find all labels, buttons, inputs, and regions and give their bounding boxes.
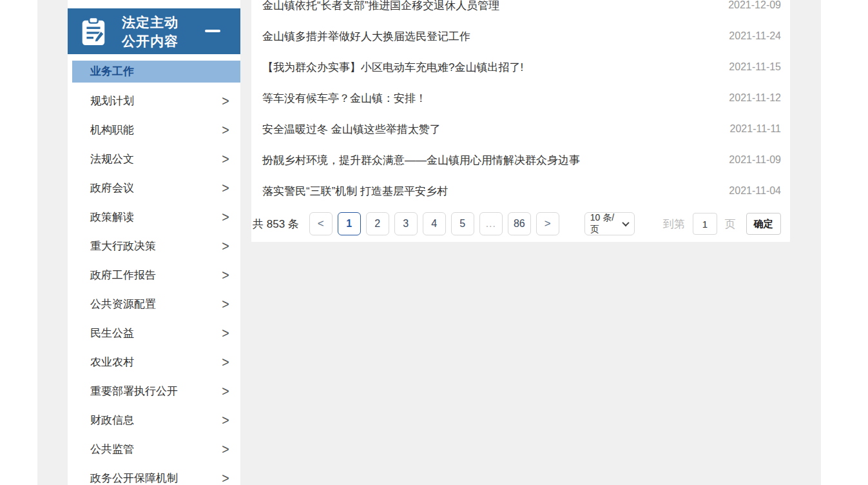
sidebar-menu-item[interactable]: 机构职能 > xyxy=(68,115,240,144)
page-size-select[interactable]: 10 条/页 xyxy=(584,212,635,235)
clipboard-pencil-icon xyxy=(79,16,108,47)
news-row: 扮靓乡村环境，提升群众满意——金山镇用心用情解决群众身边事 2021-11-09 xyxy=(251,144,790,175)
news-row: 落实警民“三联”机制 打造基层平安乡村 2021-11-04 xyxy=(251,175,790,206)
news-list: 金山镇依托“长者支部”推进国企移交退休人员管理 2021-12-09 金山镇多措… xyxy=(251,0,790,206)
chevron-right-icon: > xyxy=(222,295,229,313)
chevron-right-icon: > xyxy=(222,179,229,197)
news-date: 2021-11-24 xyxy=(729,30,781,42)
page: 法定主动 公开内容 业务工作 规划计划 > 机构职能 > 法规公文 xyxy=(0,0,868,485)
sidebar-item-label: 重要部署执行公开 xyxy=(90,384,178,399)
page-number-button[interactable]: 1 xyxy=(338,212,361,235)
sidebar-menu-item[interactable]: 公共监管 > xyxy=(68,435,240,464)
news-title-link[interactable]: 扮靓乡村环境，提升群众满意——金山镇用心用情解决群众身边事 xyxy=(262,153,580,168)
news-title-link[interactable]: 等车没有候车亭？金山镇：安排！ xyxy=(262,91,427,106)
news-row: 【我为群众办实事】小区电动车充电难?金山镇出招了! 2021-11-15 xyxy=(251,52,790,83)
sidebar-item-label: 农业农村 xyxy=(90,355,134,370)
chevron-right-icon: > xyxy=(222,411,229,429)
sidebar-menu-item[interactable]: 政策解读 > xyxy=(68,203,240,232)
page-number-button[interactable]: 5 xyxy=(451,212,474,235)
sidebar-menu-item[interactable]: 重大行政决策 > xyxy=(68,232,240,261)
chevron-right-icon: > xyxy=(222,266,229,284)
sidebar-item-label: 政策解读 xyxy=(90,210,134,224)
sidebar-menu-item[interactable]: 民生公益 > xyxy=(68,319,240,348)
sidebar-menu-item[interactable]: 政府工作报告 > xyxy=(68,261,240,290)
news-title-link[interactable]: 落实警民“三联”机制 打造基层平安乡村 xyxy=(262,184,448,199)
page-number-button[interactable]: 3 xyxy=(394,212,418,235)
news-date: 2021-11-04 xyxy=(729,185,781,197)
sidebar-title-line1: 法定主动 xyxy=(122,15,178,30)
news-title-link[interactable]: 安全温暖过冬 金山镇这些举措太赞了 xyxy=(262,122,441,137)
sidebar-item-label: 机构职能 xyxy=(90,123,134,137)
news-row: 安全温暖过冬 金山镇这些举措太赞了 2021-11-11 xyxy=(251,114,790,144)
page-number-button[interactable]: 2 xyxy=(366,212,389,235)
chevron-down-icon xyxy=(622,219,629,226)
news-row: 等车没有候车亭？金山镇：安排！ 2021-11-12 xyxy=(251,83,790,114)
sidebar-item-label: 公共资源配置 xyxy=(90,297,156,312)
sidebar-item-label: 重大行政决策 xyxy=(90,239,156,253)
news-date: 2021-11-12 xyxy=(729,92,781,104)
chevron-right-icon: > xyxy=(222,150,229,168)
chevron-right-icon: > xyxy=(222,121,229,139)
sidebar-header: 法定主动 公开内容 xyxy=(68,8,240,54)
page-number-buttons: 1 2 3 4 5 ... 86 xyxy=(338,212,536,235)
news-date: 2021-12-09 xyxy=(728,0,781,11)
next-page-button[interactable]: > xyxy=(536,212,559,235)
sidebar-item-label: 财政信息 xyxy=(90,413,134,428)
chevron-right-icon: > xyxy=(222,237,229,255)
prev-page-button[interactable]: < xyxy=(309,212,333,235)
sidebar-menu-item[interactable]: 政府会议 > xyxy=(68,173,240,203)
sidebar-menu-item[interactable]: 财政信息 > xyxy=(68,406,240,435)
news-title-link[interactable]: 金山镇多措并举做好人大换届选民登记工作 xyxy=(262,29,470,44)
sidebar-item-label: 规划计划 xyxy=(90,94,134,108)
sidebar-menu-item[interactable]: 农业农村 > xyxy=(68,348,240,377)
page-number-button[interactable]: 86 xyxy=(508,212,531,235)
sidebar-item-label: 民生公益 xyxy=(90,326,134,341)
page-size-label: 10 条/页 xyxy=(590,212,623,235)
chevron-right-icon: > xyxy=(222,324,229,342)
sidebar-title-line2: 公开内容 xyxy=(122,34,178,48)
sidebar-item-label: 政府工作报告 xyxy=(90,268,156,282)
sidebar-menu-item[interactable]: 规划计划 > xyxy=(68,86,240,115)
sidebar-menu-item[interactable]: 法规公文 > xyxy=(68,144,240,173)
sidebar-item-label: 公共监管 xyxy=(90,442,134,457)
sidebar-menu: 规划计划 > 机构职能 > 法规公文 > 政府会议 > xyxy=(68,86,240,485)
news-date: 2021-11-09 xyxy=(729,154,781,166)
sidebar-item-label: 政府会议 xyxy=(90,181,134,195)
chevron-right-icon: > xyxy=(222,470,229,485)
total-count-label: 共 853 条 xyxy=(253,217,299,232)
news-row: 金山镇依托“长者支部”推进国企移交退休人员管理 2021-12-09 xyxy=(251,0,790,21)
sidebar-menu-item[interactable]: 政务公开保障机制 > xyxy=(68,464,240,485)
goto-page-input[interactable] xyxy=(693,213,717,235)
goto-page-suffix: 页 xyxy=(725,217,736,232)
news-title-link[interactable]: 金山镇依托“长者支部”推进国企移交退休人员管理 xyxy=(262,0,499,13)
page-number-button[interactable]: 4 xyxy=(423,212,446,235)
chevron-right-icon: > xyxy=(222,382,229,400)
content-panel: 金山镇依托“长者支部”推进国企移交退休人员管理 2021-12-09 金山镇多措… xyxy=(251,0,790,242)
chevron-right-icon: > xyxy=(222,208,229,226)
chevron-right-icon: > xyxy=(222,353,229,371)
sidebar-menu-item[interactable]: 重要部署执行公开 > xyxy=(68,377,240,406)
sidebar: 法定主动 公开内容 业务工作 规划计划 > 机构职能 > 法规公文 xyxy=(68,0,240,485)
sidebar-item-label: 法规公文 xyxy=(90,152,134,166)
news-row: 金山镇多措并举做好人大换届选民登记工作 2021-11-24 xyxy=(251,21,790,52)
confirm-button[interactable]: 确定 xyxy=(746,213,781,235)
news-date: 2021-11-15 xyxy=(729,61,781,73)
sidebar-item-active[interactable]: 业务工作 xyxy=(72,61,240,83)
minus-collapse-icon[interactable] xyxy=(205,30,220,32)
chevron-right-icon: > xyxy=(222,440,229,458)
news-title-link[interactable]: 【我为群众办实事】小区电动车充电难?金山镇出招了! xyxy=(262,60,523,75)
news-date: 2021-11-11 xyxy=(730,123,781,135)
chevron-right-icon: > xyxy=(222,92,229,110)
sidebar-title: 法定主动 公开内容 xyxy=(122,13,178,50)
sidebar-menu-item[interactable]: 公共资源配置 > xyxy=(68,290,240,319)
sidebar-item-label: 政务公开保障机制 xyxy=(90,471,178,485)
goto-page-prefix: 到第 xyxy=(663,217,685,232)
pagination: 共 853 条 < 1 2 3 4 5 ... 86 > xyxy=(251,212,790,235)
page-number-button[interactable]: ... xyxy=(479,212,503,235)
